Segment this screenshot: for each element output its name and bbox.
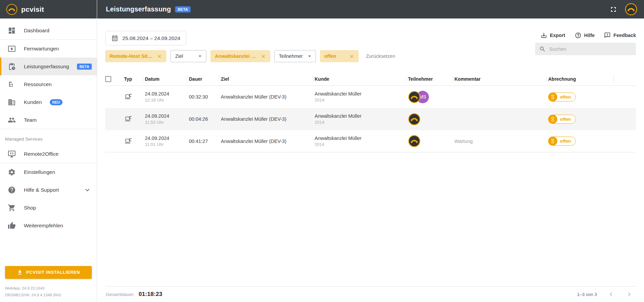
sidebar-item-hilfe-support[interactable]: Hilfe & Support — [0, 181, 97, 199]
filter-chip-type[interactable]: Remote-Host Sit… — [105, 50, 166, 62]
hourglass-icon — [548, 115, 557, 124]
help-label: Hilfe — [584, 33, 595, 38]
header-dauer[interactable]: Dauer — [189, 73, 221, 85]
header-kunde[interactable]: Kunde — [315, 73, 408, 85]
search-input[interactable] — [549, 46, 627, 52]
page-title: Leistungserfassung — [106, 5, 171, 13]
sidebar-brand[interactable]: pcvisit — [0, 0, 97, 18]
action-row: Export Hilfe Feedback — [540, 32, 636, 39]
pagination-range: 1–3 von 3 — [577, 292, 597, 297]
install-button[interactable]: PCVISIT INSTALLIEREN — [5, 266, 92, 279]
row-duration-cell: 00:41:27 — [189, 130, 221, 152]
download-icon — [17, 269, 23, 275]
table-row[interactable]: 24.09.2024 11:53 Uhr 00:04:26 Anwaltskan… — [105, 108, 636, 130]
sidebar-item-kunden[interactable]: Kunden NEU — [0, 93, 97, 111]
remote-session-type-icon — [124, 137, 133, 146]
billing-status-badge[interactable]: offen — [548, 115, 576, 124]
row-customer: Anwaltskanzlei Müller — [315, 91, 361, 97]
row-customer-cell: Anwaltskanzlei Müller 2014 — [315, 108, 408, 130]
row-empty-cell — [615, 130, 636, 152]
sidebar: pcvisit Dashboard Fernwartungen Leistung… — [0, 0, 97, 302]
clipboard-clock-icon — [8, 63, 16, 71]
sidebar-item-ressourcen[interactable]: Ressourcen — [0, 75, 97, 93]
chevron-down-icon[interactable] — [83, 186, 91, 194]
sidebar-item-shop[interactable]: Shop — [0, 199, 97, 217]
billing-status-label: offen — [560, 117, 571, 122]
header-abrechnung[interactable]: Abrechnung — [548, 73, 615, 85]
row-duration-cell: 00:32:30 — [189, 86, 221, 108]
header-ziel[interactable]: Ziel — [221, 73, 315, 85]
dashboard-icon — [8, 27, 16, 35]
total-duration-value: 01:18:23 — [139, 291, 162, 298]
hourglass-icon — [548, 92, 557, 102]
close-icon[interactable] — [157, 54, 162, 59]
row-billing-cell: offen — [548, 130, 615, 152]
remote-session-type-icon — [124, 92, 133, 101]
export-label: Export — [550, 33, 565, 38]
remote-session-type-icon — [124, 115, 133, 123]
close-icon[interactable] — [261, 54, 266, 59]
row-time: 11:53 Uhr — [145, 120, 164, 125]
content: 25.08.2024 – 24.09.2024 Export Hilfe Fee… — [97, 18, 644, 302]
billing-status-badge[interactable]: offen — [548, 137, 576, 146]
filter-dropdown-teilnehmer-label: Teilnehmer — [279, 53, 303, 59]
account-logo-icon[interactable] — [625, 3, 637, 15]
row-empty-cell — [615, 108, 636, 130]
filter-dropdown-ziel[interactable]: Ziel — [170, 50, 206, 62]
row-target-cell: Anwaltskanzlei Müller (DEV-3) — [221, 86, 315, 108]
table-row[interactable]: 24.09.2024 12:16 Uhr 00:32:30 Anwaltskan… — [105, 86, 636, 108]
row-customer-sub: 2014 — [315, 142, 324, 147]
sidebar-item-label: Hilfe & Support — [24, 187, 59, 193]
row-checkbox-cell — [105, 130, 124, 152]
sidebar-item-label: Team — [24, 117, 37, 123]
header-checkbox-cell — [105, 73, 124, 85]
sidebar-item-label: Kunden — [24, 99, 42, 105]
export-button[interactable]: Export — [540, 32, 565, 39]
reset-filters-link[interactable]: Zurücksetzen — [366, 53, 395, 59]
date-range-button[interactable]: 25.08.2024 – 24.09.2024 — [105, 31, 186, 45]
next-page-icon[interactable] — [625, 290, 633, 298]
header-datum[interactable]: Datum — [145, 73, 189, 85]
row-target-cell: Anwaltskanzlei Müller (DEV-3) — [221, 108, 315, 130]
billing-status-label: offen — [560, 139, 571, 144]
close-icon[interactable] — [349, 54, 354, 59]
search-icon — [539, 46, 546, 52]
hourglass-icon — [548, 137, 557, 146]
install-button-label: PCVISIT INSTALLIEREN — [26, 270, 80, 275]
header-kommentar[interactable]: Kommentar — [454, 73, 548, 85]
sidebar-item-leistungserfassung[interactable]: Leistungserfassung BETA — [0, 58, 97, 75]
billing-status-badge[interactable]: offen — [548, 92, 576, 102]
cart-icon — [8, 204, 16, 212]
filter-dropdown-teilnehmer[interactable]: Teilnehmer — [274, 50, 316, 62]
help-button[interactable]: Hilfe — [575, 32, 595, 39]
participant-avatars: MS — [408, 91, 429, 103]
row-billing-cell: offen — [548, 108, 615, 130]
row-duration-cell: 00:04:26 — [189, 108, 221, 130]
table-header-row: Typ Datum Dauer Ziel Kunde Teilnehmer Ko… — [105, 73, 636, 86]
filter-chip-status-label: offen — [324, 53, 345, 59]
help-outline-icon — [575, 32, 581, 39]
table-row[interactable]: 24.09.2024 11:01 Uhr 00:41:27 Anwaltskan… — [105, 130, 636, 152]
filter-chip-customer[interactable]: Anwaltskanzlei … — [210, 50, 270, 62]
pcvisit-avatar-icon — [408, 113, 420, 125]
header-typ[interactable]: Typ — [124, 73, 145, 85]
filter-chip-status[interactable]: offen — [320, 50, 359, 62]
sidebar-item-weiterempfehlen[interactable]: Weiterempfehlen — [0, 217, 97, 234]
sidebar-item-einstellungen[interactable]: Einstellungen — [0, 163, 97, 181]
row-time: 12:16 Uhr — [145, 98, 164, 103]
sidebar-item-team[interactable]: Team — [0, 111, 97, 129]
header-teilnehmer[interactable]: Teilnehmer — [408, 73, 454, 85]
pcvisit-logo-icon — [6, 4, 17, 15]
row-date: 24.09.2024 — [145, 113, 169, 119]
feedback-button[interactable]: Feedback — [604, 32, 636, 39]
select-all-checkbox[interactable] — [105, 76, 111, 82]
previous-page-icon[interactable] — [607, 290, 615, 298]
sidebar-item-remote2office[interactable]: Remote2Office — [0, 145, 97, 163]
topbar-right — [609, 3, 637, 15]
export-icon — [540, 32, 547, 39]
pagination: 1–3 von 3 — [577, 290, 633, 298]
fullscreen-icon[interactable] — [609, 5, 617, 13]
sidebar-item-dashboard[interactable]: Dashboard — [0, 22, 97, 39]
beta-badge: BETA — [175, 6, 191, 12]
sidebar-item-fernwartungen[interactable]: Fernwartungen — [0, 40, 97, 58]
